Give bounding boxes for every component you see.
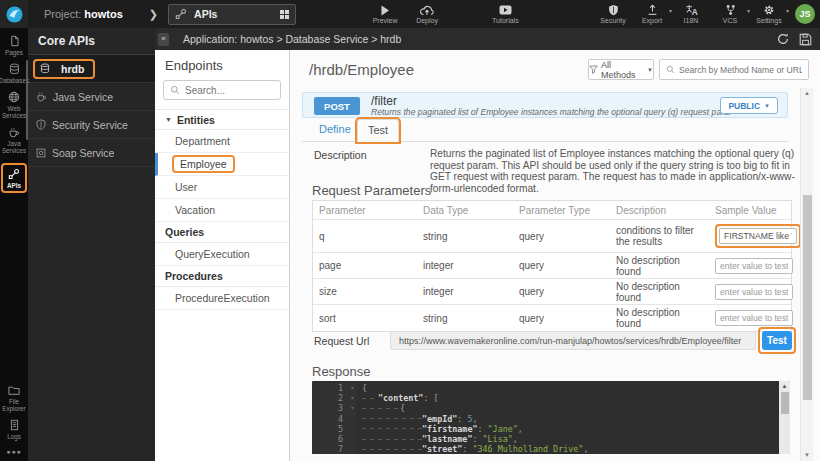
code-line: 2▾"content": [ [312,393,779,403]
methods-search-input[interactable] [679,65,802,75]
endpoint-label: Employee [180,158,227,170]
core-api-item-java-service[interactable]: Java Service [28,83,155,111]
endpoint-item-user[interactable]: User [155,176,289,199]
preview-button[interactable]: Preview [372,4,398,24]
section-queries[interactable]: Queries [155,222,289,243]
param-description: conditions to filter the results [610,225,709,247]
param-data-type: string [417,313,513,324]
file-explorer-label: File Explorer [1,398,27,412]
security-button[interactable]: Security [600,4,626,24]
code-line: 4"empId": 5, [312,414,779,424]
settings-button[interactable]: Settings ▾ [756,4,782,24]
soap-icon [36,148,46,158]
sidebar-item-pages[interactable]: Pages [1,35,27,56]
endpoint-item-vacation[interactable]: Vacation [155,199,289,222]
sidebar-item-web-services[interactable]: Web Services [1,91,27,119]
methods-filter-dropdown[interactable]: All Methods ▼ [588,59,654,80]
tab-define[interactable]: Define [319,123,351,135]
param-description: No description found [610,307,709,329]
endpoint-item-procedureexecution[interactable]: ProcedureExecution [155,287,289,310]
endpoint-label: User [175,181,197,193]
api-icon [175,8,187,20]
more-icon[interactable]: ●●● [6,448,22,455]
branch-icon [725,4,736,16]
sample-value-input-sort[interactable] [715,310,793,326]
sidebar-item-databases[interactable]: Databases [1,63,27,84]
section-entities[interactable]: ▼ Entities [155,109,289,130]
chevron-down-icon: ▾ [786,7,789,14]
endpoint-summary-bar[interactable]: POST /filter Returns the paginated list … [302,92,788,118]
endpoint-label: ProcedureExecution [175,292,270,304]
endpoint-item-employee[interactable]: Employee [155,153,289,176]
workspace-tab-apis[interactable]: APIs [168,4,296,25]
collapse-panel-button[interactable]: « [158,33,169,46]
export-label: Export [642,17,662,24]
scroll-up-icon[interactable]: ▲ [779,381,790,391]
endpoints-search[interactable] [163,80,281,100]
section-procedures[interactable]: Procedures [155,266,289,287]
sidebar-item-java-services[interactable]: Java Services [1,126,27,154]
activity-bar-scrollbar[interactable] [26,60,28,140]
sample-value-input-page[interactable] [715,258,793,274]
tab-test[interactable]: Test [357,119,399,142]
main-scrollbar-thumb[interactable] [803,195,812,400]
fold-icon[interactable]: ▾ [350,383,354,393]
endpoints-title: Endpoints [155,50,289,80]
svg-text:A: A [691,7,697,16]
editor-scrollbar[interactable]: ▲ [779,381,790,454]
core-api-item-security-service[interactable]: Security Service [28,111,155,139]
test-button[interactable]: Test [762,331,792,350]
line-number: 3▾ [312,403,356,413]
breadcrumb-bar: « Application: howtos > Database Service… [155,28,820,50]
triangle-down-icon: ▼ [165,116,172,123]
user-avatar[interactable]: JS [795,4,815,24]
vcs-button[interactable]: VCS ▾ [717,4,743,24]
i18n-button[interactable]: A I18N [678,4,704,24]
core-api-item-soap-service[interactable]: Soap Service [28,139,155,167]
sidebar-item-file-explorer[interactable]: File Explorer [1,384,27,412]
request-url-value: https://www.wavemakeronline.com/run-manj… [390,331,756,350]
visibility-dropdown[interactable]: PUBLIC ▼ [720,97,778,114]
param-type: query [513,231,610,242]
param-data-type: string [417,231,513,242]
export-icon [647,4,658,16]
param-type: query [513,313,610,324]
play-icon [380,4,390,16]
page-title: /hrdb/Employee [309,61,414,78]
wavemaker-logo[interactable] [0,0,28,28]
fold-icon[interactable]: ▾ [350,393,354,403]
tutorials-button[interactable]: Tutorials [492,4,519,24]
code-line: 5"firstname": "Jane", [312,424,779,434]
methods-search[interactable] [659,59,809,80]
deploy-button[interactable]: Deploy [414,4,440,24]
export-button[interactable]: Export ▾ [639,4,665,24]
endpoint-detail: POST /filter Returns the paginated list … [290,88,800,461]
editor-scrollbar-thumb[interactable] [781,392,789,414]
fold-icon[interactable]: ▾ [350,403,354,413]
search-icon [666,65,675,74]
core-api-item-hrdb[interactable]: hrdb [28,55,155,83]
endpoint-label: Vacation [175,204,215,216]
sample-value-input-q[interactable] [719,228,797,244]
param-name: size [313,286,417,297]
sample-value-input-size[interactable] [715,284,793,300]
save-icon[interactable] [799,33,812,46]
scroll-up-icon[interactable]: ▲ [801,88,813,99]
main-scrollbar[interactable]: ▲ ▼ [800,88,813,461]
sidebar-item-apis[interactable]: APIs [1,163,27,193]
grid-icon[interactable] [280,10,289,19]
response-title: Response [312,364,371,379]
scroll-down-icon[interactable]: ▼ [801,450,813,461]
refresh-icon[interactable] [776,32,790,46]
section-label: Queries [165,226,204,238]
logs-label: Logs [7,433,21,440]
param-type: query [513,286,610,297]
endpoints-search-input[interactable] [185,85,275,96]
endpoint-item-queryexecution[interactable]: QueryExecution [155,243,289,266]
sidebar-item-logs[interactable]: Logs [1,419,27,440]
response-editor: 1▾{2▾"content": [3▾{4"empId": 5,5"firstn… [312,381,790,454]
endpoint-label: QueryExecution [175,248,250,260]
endpoint-item-department[interactable]: Department [155,130,289,153]
apis-label: APIs [7,182,21,189]
pages-label: Pages [5,49,23,56]
